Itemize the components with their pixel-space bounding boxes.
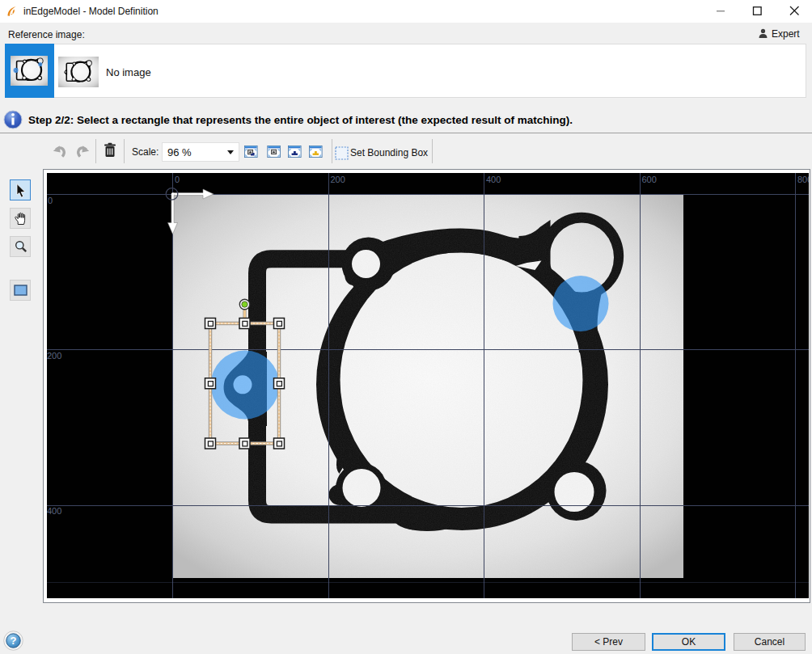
svg-text:200: 200 (47, 351, 61, 361)
svg-text:400: 400 (486, 175, 501, 184)
svg-text:600: 600 (642, 175, 657, 184)
svg-text:0: 0 (175, 175, 180, 184)
svg-text:0: 0 (48, 196, 53, 205)
svg-text:200: 200 (331, 175, 345, 184)
svg-text:800: 800 (797, 175, 809, 184)
svg-text:?: ? (11, 635, 17, 647)
svg-text:400: 400 (47, 506, 61, 516)
